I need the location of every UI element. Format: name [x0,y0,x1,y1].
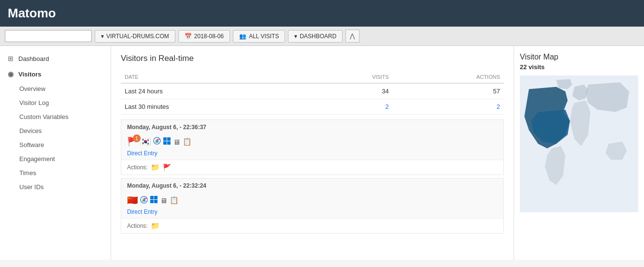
country-flag-0: 🇰🇷 [140,136,151,147]
segment-selector-button[interactable]: 👥 ALL VISITS [233,30,285,43]
sidebar-visitors-label: Visitors [18,71,41,78]
visit-actions-1: Actions: 📁 [121,218,503,233]
svg-rect-5 [167,141,171,145]
view-selector-button[interactable]: ▾ DASHBOARD [288,30,343,43]
svg-rect-8 [150,196,154,199]
windows-icon-0 [163,137,171,146]
realtime-table: DATE VISITS ACTIONS Last 24 hours 34 57 … [121,71,504,115]
grid-icon: ⊞ [8,55,14,62]
visit-datetime-0: Monday, August 6, - 22:36:37 [121,120,503,134]
chevron-down-icon: ▾ [294,33,297,40]
visit-source-1: Direct Entry [121,208,503,218]
map-visits-label: visits [529,63,544,71]
action-folder-icon-0: 📁 [151,163,160,172]
actions-label-1: Actions: [127,222,148,229]
row-actions-1: 2 [393,99,504,115]
site-selector-button[interactable]: ▾ VIRTUAL-DRUMS.COM [95,30,175,43]
sidebar-item-overview[interactable]: Overview [0,82,111,96]
col-visits: VISITS [305,71,392,83]
col-actions: ACTIONS [393,71,504,83]
sidebar-item-dashboard[interactable]: ⊞ Dashboard [0,51,111,66]
header: Matomo [0,0,644,27]
row-label-1: Last 30 minutes [121,99,305,115]
search-input[interactable] [5,30,92,42]
visit-icons-0: 🚩 1 🇰🇷 [121,134,503,149]
row-visits-1: 2 [305,99,392,115]
col-date: DATE [121,71,305,83]
table-row: Last 24 hours 34 57 [121,83,504,99]
svg-rect-3 [167,137,171,141]
row-visits-0: 34 [305,83,392,99]
action-flag-icon-0: 🚩 [163,163,171,171]
main-content: Visitors in Real-time DATE VISITS ACTION… [111,46,514,260]
map-count: 22 visits [520,63,638,71]
country-flag-1: 🇨🇳 [127,195,138,206]
logo: Matomo [8,6,56,21]
widget-title: Visitors in Real-time [121,54,504,63]
row-label-0: Last 24 hours [121,83,305,99]
collapse-button[interactable]: ⋀ [345,30,359,43]
sidebar-item-engagement[interactable]: Engagement [0,152,111,166]
visit-datetime-1: Monday, August 6, - 22:32:24 [121,178,503,193]
sidebar-item-devices[interactable]: Devices [0,124,111,138]
visit-entry-0: Monday, August 6, - 22:36:37 🚩 1 🇰🇷 [121,119,504,175]
chrome-icon-1 [140,196,148,205]
date-selector-button[interactable]: 📅 2018-08-06 [178,30,230,43]
flag-container-0: 🚩 1 [127,136,138,147]
svg-rect-2 [163,137,167,141]
svg-rect-4 [163,141,167,145]
sidebar-item-custom-variables[interactable]: Custom Variables [0,110,111,124]
monitor-icon-1: 🖥 [160,196,167,205]
visitors-icon: ◉ [8,70,14,78]
map-title: Visitor Map [520,53,638,61]
visit-icons-1: 🇨🇳 [121,193,503,208]
page-icon-1: 📋 [170,196,179,205]
visit-actions-0: Actions: 📁 🚩 [121,160,503,175]
table-row: Last 30 minutes 2 2 [121,99,504,115]
layout: ⊞ Dashboard ◉ Visitors Overview Visitor … [0,46,644,260]
chrome-icon-0 [153,137,161,147]
windows-icon-1 [150,196,157,205]
page-icon-0: 📋 [183,137,192,146]
visit-count-badge-0: 1 [133,134,141,142]
realtime-widget: Visitors in Real-time DATE VISITS ACTION… [111,46,514,244]
sidebar-item-visitor-log[interactable]: Visitor Log [0,96,111,110]
svg-rect-9 [154,196,157,199]
row-actions-0: 57 [393,83,504,99]
sidebar-dashboard-label: Dashboard [18,55,49,62]
chevron-down-icon: ▾ [101,33,104,40]
users-icon: 👥 [239,33,246,40]
sidebar-item-software[interactable]: Software [0,138,111,152]
sidebar-item-user-ids[interactable]: User IDs [0,180,111,194]
svg-rect-11 [154,200,157,203]
svg-rect-10 [150,200,154,203]
sidebar: ⊞ Dashboard ◉ Visitors Overview Visitor … [0,46,111,260]
action-folder-icon-1: 📁 [151,222,160,230]
monitor-icon-0: 🖥 [173,138,180,146]
map-visits-number: 22 [520,63,527,71]
world-map [520,75,638,212]
actions-label-0: Actions: [127,164,148,171]
sidebar-item-visitors[interactable]: ◉ Visitors [0,66,111,82]
visit-entry-1: Monday, August 6, - 22:32:24 🇨🇳 [121,178,504,234]
calendar-icon: 📅 [185,33,192,40]
visitor-map-panel: Visitor Map 22 visits [514,46,644,260]
sidebar-item-times[interactable]: Times [0,166,111,180]
visit-source-0: Direct Entry [121,149,503,160]
toolbar: ▾ VIRTUAL-DRUMS.COM 📅 2018-08-06 👥 ALL V… [0,27,644,46]
